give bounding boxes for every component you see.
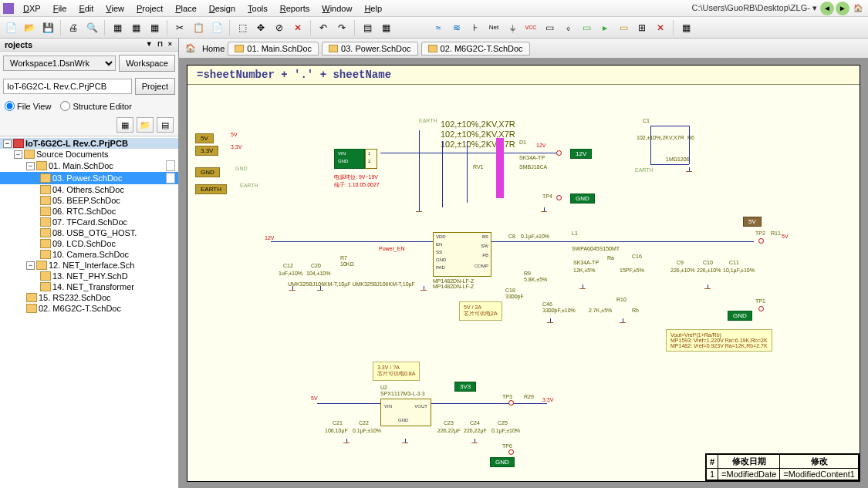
tree-item[interactable]: 15. RS232.SchDoc — [0, 292, 178, 303]
tb-copy-icon[interactable]: 📋 — [191, 20, 206, 35]
tb-paste-icon[interactable]: 📄 — [209, 20, 225, 35]
tb-open-icon[interactable]: 📂 — [22, 20, 37, 35]
tb-select-icon[interactable]: ⬚ — [235, 20, 250, 35]
tree-source-docs[interactable]: −Source Documents — [0, 149, 178, 160]
tb-net-icon[interactable]: Net — [486, 20, 502, 35]
menu-file[interactable]: File — [47, 2, 73, 15]
menu-place[interactable]: Place — [169, 2, 203, 15]
tree-item[interactable]: 02. M6G2C-T.SchDoc — [0, 303, 178, 314]
port-5v-out: 5V — [743, 217, 762, 227]
lbl-ic1: MP1482DN-LF-Z MP1482DN-LF-Z — [433, 278, 474, 289]
lbl-c22v: 0.1µF,±10% — [353, 428, 381, 433]
tb-sheet-sym-icon[interactable]: ▭ — [579, 20, 594, 35]
menu-edit[interactable]: Edit — [73, 2, 100, 15]
tb-harness-icon[interactable]: ⊞ — [634, 20, 650, 35]
tb-noerc-icon[interactable]: ✕ — [653, 20, 668, 35]
lbl-c13v: UMK325BJ106KM-T,10µF UMK325BJ106KM-T,10µ… — [288, 281, 415, 287]
tree-item[interactable]: 06. RTC.SchDoc — [0, 206, 178, 217]
lbl-r29: R29 — [524, 394, 534, 399]
tab-main[interactable]: 01. Main.SchDoc — [228, 42, 319, 56]
tb-redo-icon[interactable]: ↷ — [334, 20, 350, 35]
tree-item[interactable]: 04. Others.SchDoc — [0, 184, 178, 195]
panel-icon-1[interactable]: ▦ — [117, 117, 133, 133]
menu-project[interactable]: Project — [130, 2, 169, 15]
project-button[interactable]: Project — [135, 78, 175, 95]
tree-item[interactable]: 07. TFCard.SchDoc — [0, 217, 178, 227]
menu-tools[interactable]: Tools — [241, 2, 274, 15]
menu-help[interactable]: Help — [358, 2, 388, 15]
tree-item[interactable]: 09. LCD.SchDoc — [0, 238, 178, 249]
tree-item-selected[interactable]: 03. Power.SchDoc — [0, 172, 178, 184]
lbl-power-en: Power_EN — [379, 246, 404, 251]
lbl-earth2: EARTH — [635, 167, 654, 173]
schematic-canvas[interactable]: =sheetNumber + '.' + sheetName 5V 5V 3.3… — [179, 59, 868, 488]
tb-part-icon[interactable]: ▭ — [542, 20, 557, 35]
file-path[interactable]: C:\Users\GuoRB\Desktop\ZLG- ▾ — [692, 3, 821, 13]
tb-last-icon[interactable]: ▦ — [678, 20, 694, 35]
tb-sheet-icon[interactable]: ▦ — [378, 20, 393, 35]
panel-icon-2[interactable]: 📁 — [137, 117, 154, 133]
structure-editor-radio[interactable]: Structure Editor — [60, 101, 131, 111]
panel-controls[interactable]: ▼ ⊓ × — [146, 40, 174, 49]
tb-btn-b[interactable]: ▦ — [128, 20, 144, 35]
lbl-c11v: 10,1µF,±10% — [723, 268, 755, 273]
tb-gnd-icon[interactable]: ⏚ — [505, 20, 520, 35]
home-label[interactable]: Home — [202, 44, 225, 53]
nav-fwd-icon[interactable]: ► — [836, 2, 849, 15]
lbl-tp6: TP6 — [502, 443, 512, 449]
home-icon[interactable]: 🏠 — [182, 41, 199, 56]
tb-move-icon[interactable]: ✥ — [253, 20, 269, 35]
lbl-c16: C16 — [632, 254, 642, 259]
tb-new-icon[interactable]: 📄 — [3, 20, 19, 35]
net-3v3: 3.3V — [231, 144, 241, 150]
menu-design[interactable]: Design — [203, 2, 241, 15]
lbl-c20v: 104,±10% — [306, 271, 330, 276]
tb-wire-icon[interactable]: ≈ — [431, 20, 446, 35]
gnd-icon — [618, 318, 627, 326]
tb-entry-icon[interactable]: ▸ — [597, 20, 613, 35]
nav-back-icon[interactable]: ◄ — [820, 2, 834, 15]
lbl-c9: C9 — [677, 260, 684, 265]
workspace-button[interactable]: Workspace — [119, 55, 175, 72]
lbl-r6v: 1MΩ1206 — [666, 156, 690, 162]
tree-item[interactable]: 14. NET_Transformer — [0, 281, 178, 292]
tb-layers-icon[interactable]: ▤ — [360, 20, 375, 35]
lbl-tvs: SMBJ18CA — [519, 164, 547, 170]
tree-item[interactable]: −01. Main.SchDoc — [0, 160, 178, 172]
tb-device-icon[interactable]: ▭ — [616, 20, 631, 35]
tb-clear-icon[interactable]: ✕ — [290, 20, 306, 35]
tb-busbar-icon[interactable]: ⊦ — [468, 20, 483, 35]
tb-print-icon[interactable]: 🖨 — [66, 20, 81, 35]
tree-root[interactable]: −IoT-6G2C-L Rev.C.PrjPCB — [0, 138, 178, 149]
project-tree[interactable]: −IoT-6G2C-L Rev.C.PrjPCB −Source Documen… — [0, 136, 178, 488]
document-tabs: 🏠 Home 01. Main.SchDoc 03. Power.SchDoc … — [179, 39, 868, 59]
file-view-radio[interactable]: File View — [5, 101, 51, 111]
tb-btn-c[interactable]: ▦ — [147, 20, 162, 35]
tb-bus-icon[interactable]: ≋ — [449, 20, 464, 35]
tree-item[interactable]: 13. NET_PHY.SchD — [0, 271, 178, 281]
tb-btn-a[interactable]: ▦ — [110, 20, 125, 35]
tb-port-icon[interactable]: ⬨ — [560, 20, 576, 35]
tab-m6g2c[interactable]: 02. M6G2C-T.SchDoc — [421, 42, 530, 56]
menu-window[interactable]: Window — [316, 2, 358, 15]
tree-item[interactable]: 05. BEEP.SchDoc — [0, 195, 178, 206]
tree-item[interactable]: −12. NET_Interface.Sch — [0, 260, 178, 271]
panel-icon-3[interactable]: ▤ — [157, 117, 174, 133]
tb-preview-icon[interactable]: 🔍 — [84, 20, 100, 35]
menu-dxp[interactable]: DXP — [17, 2, 47, 15]
tree-item[interactable]: 08. USB_OTG_HOST. — [0, 227, 178, 238]
menu-reports[interactable]: Reports — [274, 2, 316, 15]
project-input[interactable] — [3, 79, 132, 94]
lbl-c8v: 0.1µF,±10% — [521, 234, 549, 239]
nav-home-icon[interactable]: 🏠 — [851, 2, 865, 15]
tb-vcc-icon[interactable]: VCC — [523, 20, 539, 35]
tb-cut-icon[interactable]: ✂ — [172, 20, 187, 35]
tree-item[interactable]: 10. Camera.SchDoc — [0, 249, 178, 260]
tb-undo-icon[interactable]: ↶ — [316, 20, 331, 35]
tab-power[interactable]: 03. Power.SchDoc — [322, 42, 418, 56]
workspace-select[interactable]: Workspace1.DsnWrk — [3, 56, 116, 71]
port-gnd-bot: GND — [490, 457, 515, 467]
tb-deselect-icon[interactable]: ⊘ — [272, 20, 287, 35]
menu-view[interactable]: View — [100, 2, 130, 15]
tb-save-icon[interactable]: 💾 — [40, 20, 56, 35]
